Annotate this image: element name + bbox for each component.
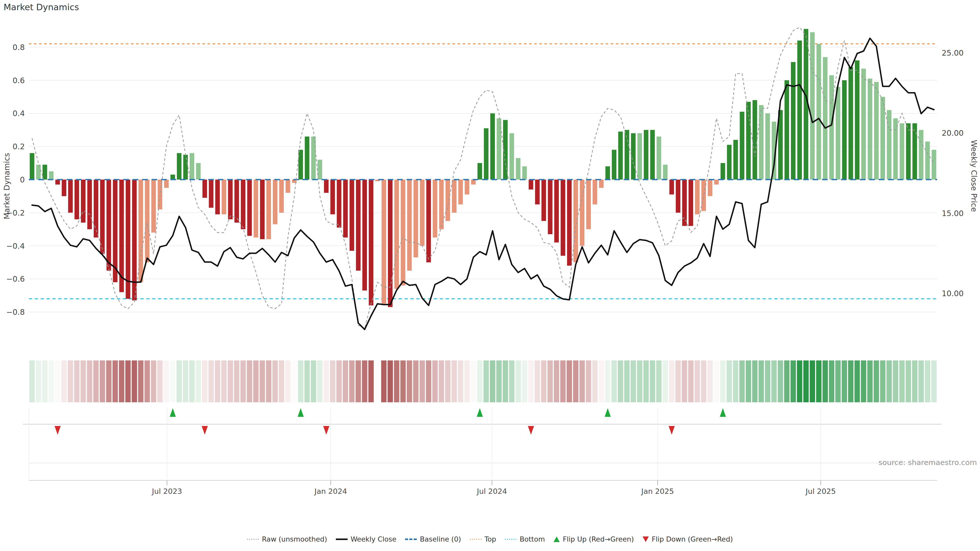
bar (56, 179, 60, 184)
legend-item-top[interactable]: Top (470, 535, 496, 543)
right-axis-tick-label: 10.00 (942, 289, 964, 298)
heat-cell (55, 360, 60, 402)
heat-cell (106, 360, 111, 402)
heat-cell (708, 360, 713, 402)
bar (906, 123, 911, 179)
heat-cell (931, 360, 937, 402)
bar (158, 179, 162, 210)
bar (266, 179, 271, 239)
left-axis-tick-label: 0.6 (13, 76, 25, 85)
legend-item-baseline[interactable]: Baseline (0) (405, 535, 461, 543)
bar (676, 179, 680, 213)
legend-item-bottom[interactable]: Bottom (505, 535, 545, 543)
heat-cell (125, 360, 130, 402)
heat-cell (432, 360, 438, 402)
heat-cell (183, 360, 188, 402)
right-axis-tick-label: 25.00 (942, 48, 964, 57)
heat-cell (918, 360, 924, 402)
heat-cell (714, 360, 719, 402)
bar (746, 102, 751, 179)
top-dotted-line-icon (470, 539, 482, 540)
heat-cell (477, 360, 482, 402)
bar (388, 179, 393, 307)
bar (816, 44, 821, 179)
heat-cell (401, 360, 406, 402)
heat-cell (586, 360, 591, 402)
heat-cell (164, 360, 169, 402)
bar (318, 160, 322, 179)
legend-item-flip-up[interactable]: Flip Up (Red→Green) (554, 535, 634, 543)
bar (363, 179, 367, 291)
heat-cell (388, 360, 393, 402)
bar (612, 150, 616, 179)
heat-cell (765, 360, 770, 402)
heat-cell (381, 360, 387, 402)
bar (670, 179, 674, 194)
heat-cell (573, 360, 578, 402)
bar (221, 179, 226, 214)
bar (554, 179, 559, 243)
bottom-dotted-line-icon (505, 539, 517, 540)
legend-item-flip-down[interactable]: Flip Down (Green→Red) (643, 535, 733, 543)
bar (382, 179, 386, 304)
bar (183, 155, 188, 179)
bar (580, 179, 584, 246)
bar (350, 179, 354, 251)
flip-down-marker (55, 426, 61, 435)
bar (829, 75, 834, 179)
heat-cell (547, 360, 553, 402)
heat-cell (880, 360, 885, 402)
heat-cell (854, 360, 860, 402)
heat-cell (151, 360, 156, 402)
heat-cell (170, 360, 175, 402)
bar (868, 79, 872, 179)
heat-cell (368, 360, 374, 402)
bar (842, 80, 847, 179)
heat-cell (452, 360, 457, 402)
legend-label: Top (485, 535, 496, 543)
heat-cell (420, 360, 425, 402)
market-dynamics-chart[interactable]: 0.80.60.40.20−0.2−0.4−0.6−0.825.0020.001… (0, 0, 980, 551)
heat-cell (394, 360, 399, 402)
bar (330, 179, 335, 214)
heat-cell (535, 360, 540, 402)
bar (247, 179, 252, 236)
heat-cell (771, 360, 776, 402)
heat-cell (490, 360, 495, 402)
bar (414, 179, 418, 257)
bar (599, 179, 604, 188)
bar (81, 179, 86, 223)
heat-cell (803, 360, 809, 402)
bar (900, 123, 904, 179)
bar (337, 179, 342, 227)
bar (657, 137, 661, 179)
bar (215, 179, 220, 214)
bar (522, 166, 527, 179)
bar (727, 145, 732, 179)
bar (509, 133, 514, 179)
legend-item-raw[interactable]: Raw (unsmoothed) (247, 535, 327, 543)
heat-cell (861, 360, 866, 402)
bar (196, 163, 200, 179)
bar (835, 87, 840, 179)
heat-cell (292, 360, 297, 402)
bar (605, 166, 610, 179)
bar (145, 179, 150, 262)
bar (401, 179, 405, 286)
heat-cell (279, 360, 284, 402)
legend-item-weekly-close[interactable]: Weekly Close (336, 535, 396, 543)
heat-cell (528, 360, 534, 402)
heat-cell (68, 360, 73, 402)
bar (810, 32, 815, 179)
bar (420, 179, 425, 246)
baseline-dash-icon (405, 538, 417, 540)
heat-cell (157, 360, 162, 402)
bar (477, 163, 482, 179)
bar (286, 179, 290, 193)
x-axis-tick-label: Jul 2023 (151, 487, 182, 495)
heat-cell (113, 360, 118, 402)
heat-cell (458, 360, 463, 402)
heat-cell (375, 360, 380, 402)
bar (849, 67, 853, 179)
bar (932, 150, 936, 179)
